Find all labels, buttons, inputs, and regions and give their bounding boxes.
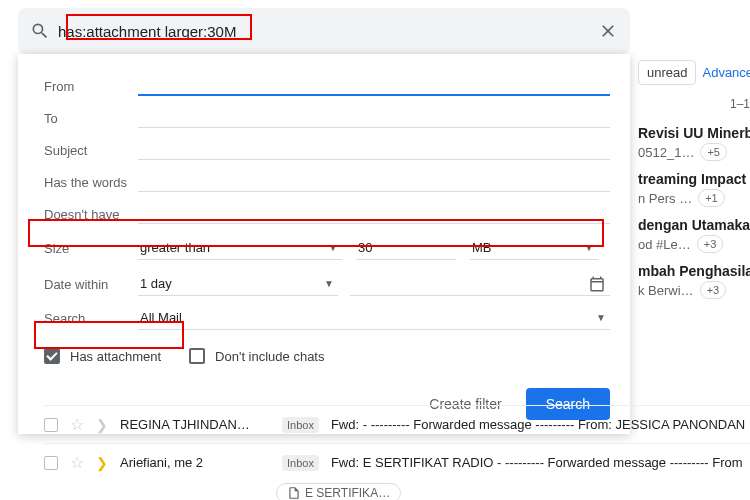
- message-snippet: k Berwi…: [638, 283, 694, 298]
- mail-row[interactable]: ☆ ❯ REGINA TJHINDAN… Inbox Fwd: - ------…: [44, 405, 750, 443]
- importance-icon[interactable]: ❯: [96, 417, 108, 433]
- size-unit-dropdown[interactable]: MB▼: [470, 236, 598, 260]
- search-scope-label: Search: [44, 311, 138, 326]
- has-words-field[interactable]: [138, 172, 610, 192]
- inbox-label: Inbox: [282, 417, 319, 433]
- date-field[interactable]: [350, 272, 610, 296]
- search-scope-dropdown[interactable]: All Mail▼: [138, 306, 610, 330]
- size-compare-dropdown[interactable]: greater than▼: [138, 236, 342, 260]
- message-stub[interactable]: dengan Utamakan Pe od #Le…+3: [638, 217, 750, 253]
- size-unit-value: MB: [472, 240, 492, 255]
- chevron-down-icon: ▼: [324, 278, 334, 289]
- star-icon[interactable]: ☆: [70, 415, 84, 434]
- size-compare-value: greater than: [140, 240, 210, 255]
- calendar-icon[interactable]: [588, 275, 606, 293]
- search-input[interactable]: [58, 23, 598, 40]
- from-label: From: [44, 79, 138, 94]
- message-stub[interactable]: Revisi UU Minerba 12 0512_1…+5: [638, 125, 750, 161]
- result-range: 1–1: [638, 97, 750, 111]
- attachment-chip[interactable]: E SERTIFIKA…: [276, 483, 401, 500]
- mail-list: ☆ ❯ REGINA TJHINDAN… Inbox Fwd: - ------…: [44, 405, 750, 500]
- count-badge: +3: [700, 281, 727, 299]
- subject: Fwd: - --------- Forwarded message -----…: [331, 417, 750, 432]
- date-range-dropdown[interactable]: 1 day▼: [138, 272, 338, 296]
- row-checkbox[interactable]: [44, 418, 58, 432]
- size-value-field[interactable]: 30: [356, 236, 456, 260]
- date-within-label: Date within: [44, 277, 138, 292]
- has-attachment-checkbox[interactable]: [44, 348, 60, 364]
- message-snippet: od #Le…: [638, 237, 691, 252]
- to-field[interactable]: [138, 108, 610, 128]
- inbox-label: Inbox: [282, 455, 319, 471]
- no-chats-checkbox[interactable]: [189, 348, 205, 364]
- importance-icon[interactable]: ❯: [96, 455, 108, 471]
- search-bar[interactable]: [18, 8, 630, 54]
- sender: Ariefiani, me 2: [120, 455, 270, 470]
- chevron-down-icon: ▼: [328, 242, 338, 253]
- from-field[interactable]: [138, 76, 610, 96]
- close-icon[interactable]: [598, 21, 618, 41]
- message-stub[interactable]: treaming Impact Inves n Pers …+1: [638, 171, 750, 207]
- attachment-name: E SERTIFIKA…: [305, 486, 390, 500]
- right-column: unread Advanced sea 1–1 Revisi UU Minerb…: [638, 60, 750, 309]
- message-stub[interactable]: mbah Penghasilan Hi k Berwi…+3: [638, 263, 750, 299]
- subject: Fwd: E SERTIFIKAT RADIO - --------- Forw…: [331, 455, 750, 470]
- message-title: treaming Impact Inves: [638, 171, 750, 187]
- date-range-value: 1 day: [140, 276, 172, 291]
- search-scope-value: All Mail: [140, 310, 182, 325]
- to-label: To: [44, 111, 138, 126]
- subject-label: Subject: [44, 143, 138, 158]
- message-title: dengan Utamakan Pe: [638, 217, 750, 233]
- count-badge: +3: [697, 235, 724, 253]
- subject-field[interactable]: [138, 140, 610, 160]
- count-badge: +5: [700, 143, 727, 161]
- message-snippet: n Pers …: [638, 191, 692, 206]
- size-value: 30: [358, 240, 372, 255]
- file-icon: [287, 486, 301, 500]
- has-words-label: Has the words: [44, 175, 138, 190]
- count-badge: +1: [698, 189, 725, 207]
- doesnt-have-label: Doesn't have: [44, 207, 138, 222]
- row-checkbox[interactable]: [44, 456, 58, 470]
- chevron-down-icon: ▼: [596, 312, 606, 323]
- advanced-search-link[interactable]: Advanced sea: [702, 65, 750, 80]
- search-icon: [30, 21, 50, 41]
- advanced-search-panel: From To Subject Has the words Doesn't ha…: [18, 54, 630, 434]
- size-label: Size: [44, 241, 138, 256]
- message-title: Revisi UU Minerba 12: [638, 125, 750, 141]
- message-snippet: 0512_1…: [638, 145, 694, 160]
- doesnt-have-field[interactable]: [138, 204, 610, 224]
- mail-row[interactable]: ☆ ❯ Ariefiani, me 2 Inbox Fwd: E SERTIFI…: [44, 443, 750, 481]
- unread-chip[interactable]: unread: [638, 60, 696, 85]
- sender: REGINA TJHINDAN…: [120, 417, 270, 432]
- has-attachment-label: Has attachment: [70, 349, 161, 364]
- no-chats-label: Don't include chats: [215, 349, 324, 364]
- chevron-down-icon: ▼: [584, 242, 594, 253]
- message-title: mbah Penghasilan Hi: [638, 263, 750, 279]
- star-icon[interactable]: ☆: [70, 453, 84, 472]
